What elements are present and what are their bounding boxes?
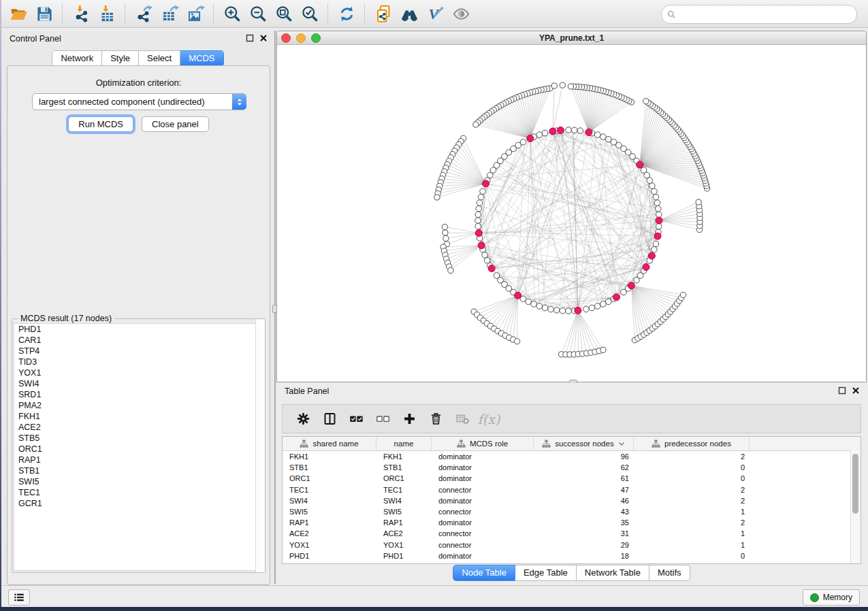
ring-node[interactable] — [653, 241, 659, 247]
table-row[interactable]: YOX1YOX1connector291 — [283, 540, 861, 550]
ring-node[interactable] — [560, 308, 566, 314]
hub-node[interactable] — [478, 242, 485, 249]
leaf-node[interactable] — [643, 99, 649, 104]
cell[interactable]: 0 — [634, 552, 750, 560]
export-image-button[interactable] — [182, 2, 208, 25]
cell[interactable]: dominator — [432, 463, 534, 472]
ring-node[interactable] — [656, 212, 662, 218]
cell[interactable]: 35 — [534, 518, 634, 527]
leaf-node[interactable] — [443, 235, 449, 241]
mcds-result-item[interactable]: PHD1 — [14, 324, 263, 335]
cell[interactable]: dominator — [432, 518, 534, 527]
column-header-predecessor-nodes[interactable]: predecessor nodes — [634, 437, 750, 450]
leaf-node[interactable] — [600, 347, 606, 352]
search-network-button[interactable] — [396, 2, 422, 25]
mcds-result-item[interactable]: ACE2 — [14, 422, 263, 433]
ring-node[interactable] — [542, 305, 548, 311]
mcds-result-item[interactable]: YOX1 — [14, 367, 263, 378]
hub-node[interactable] — [637, 161, 643, 168]
ring-node[interactable] — [526, 299, 532, 305]
ring-node[interactable] — [594, 303, 600, 310]
mcds-result-item[interactable]: STB1 — [14, 465, 263, 476]
hub-node[interactable] — [575, 307, 581, 314]
import-table-button[interactable] — [94, 2, 120, 25]
cell[interactable]: 2 — [634, 452, 750, 461]
leaf-node[interactable] — [434, 195, 440, 200]
ring-node[interactable] — [577, 128, 583, 134]
leaf-node[interactable] — [568, 84, 573, 89]
tab-mcds[interactable]: MCDS — [180, 50, 223, 67]
hub-node[interactable] — [643, 264, 649, 271]
mcds-list-scrollbar[interactable] — [255, 319, 265, 572]
ring-node[interactable] — [480, 188, 486, 195]
function-builder-button[interactable]: f(x) — [481, 411, 497, 427]
cell[interactable]: 2 — [634, 518, 750, 527]
hub-node[interactable] — [628, 282, 634, 289]
mcds-result-item[interactable]: TEC1 — [14, 487, 263, 498]
cell[interactable]: PHD1 — [376, 552, 432, 560]
ring-node[interactable] — [653, 194, 659, 200]
ring-node[interactable] — [600, 301, 607, 308]
leaf-node[interactable] — [551, 83, 557, 88]
mcds-result-item[interactable]: TID3 — [14, 357, 263, 367]
column-header-successor-nodes[interactable]: successor nodes — [534, 437, 634, 450]
show-columns-button[interactable] — [321, 411, 338, 427]
ring-node[interactable] — [482, 252, 488, 259]
cell[interactable]: dominator — [432, 474, 534, 482]
cell[interactable]: 47 — [534, 486, 634, 494]
table-tab-motifs[interactable]: Motifs — [649, 565, 690, 581]
cell[interactable]: SWI5 — [283, 508, 376, 516]
cell[interactable]: FKH1 — [283, 452, 376, 461]
cell[interactable]: 96 — [534, 452, 634, 461]
ring-node[interactable] — [583, 306, 590, 312]
leaf-node[interactable] — [442, 224, 447, 229]
table-row[interactable]: FKH1FKH1dominator962 — [283, 451, 861, 462]
delete-table-button[interactable] — [454, 411, 470, 427]
ring-node[interactable] — [531, 301, 537, 308]
ring-node[interactable] — [641, 167, 647, 174]
tab-style[interactable]: Style — [102, 50, 139, 67]
vertical-splitter[interactable] — [274, 31, 276, 584]
ring-node[interactable] — [606, 136, 612, 142]
hub-node[interactable] — [613, 294, 620, 301]
refresh-view-button[interactable] — [334, 2, 359, 25]
ring-node[interactable] — [656, 223, 662, 229]
cell[interactable]: ORC1 — [283, 474, 376, 482]
leaf-node[interactable] — [696, 199, 701, 205]
hub-node[interactable] — [515, 292, 521, 299]
hub-node[interactable] — [488, 265, 495, 271]
hub-node[interactable] — [585, 129, 592, 135]
hub-node[interactable] — [527, 135, 534, 142]
cell[interactable]: SWI4 — [376, 497, 432, 505]
column-header-name[interactable]: name — [376, 437, 432, 450]
hub-node[interactable] — [656, 217, 662, 224]
table-row[interactable]: SWI4SWI4dominator462 — [283, 495, 861, 506]
ring-node[interactable] — [652, 188, 658, 195]
deselect-all-button[interactable] — [374, 411, 391, 427]
ring-node[interactable] — [536, 132, 543, 138]
column-header-mcds-role[interactable]: MCDS role — [432, 437, 534, 450]
column-header-shared-name[interactable]: shared name — [283, 437, 376, 450]
mcds-result-item[interactable]: PMA2 — [14, 400, 263, 411]
tab-select[interactable]: Select — [139, 50, 180, 67]
criterion-dropdown[interactable]: largest connected component (undirected) — [32, 93, 246, 110]
cell[interactable]: 0 — [634, 463, 750, 472]
ring-node[interactable] — [475, 212, 481, 218]
zoom-selected-button[interactable] — [297, 2, 323, 25]
mcds-result-item[interactable]: SRD1 — [14, 389, 263, 400]
cell[interactable]: FKH1 — [376, 452, 432, 461]
cell[interactable]: STB1 — [376, 463, 432, 472]
leaf-node[interactable] — [514, 339, 519, 344]
table-tab-node-table[interactable]: Node Table — [453, 565, 515, 581]
ring-node[interactable] — [571, 127, 577, 133]
table-options-button[interactable] — [295, 411, 311, 427]
ring-node[interactable] — [476, 205, 482, 212]
memory-button[interactable]: Memory — [803, 589, 860, 606]
cell[interactable]: 61 — [534, 474, 634, 482]
ring-node[interactable] — [553, 308, 560, 314]
hub-node[interactable] — [482, 180, 489, 187]
cell[interactable]: RAP1 — [283, 518, 376, 527]
delete-column-button[interactable] — [428, 411, 444, 427]
ring-node[interactable] — [548, 306, 554, 312]
ring-node[interactable] — [589, 305, 595, 311]
